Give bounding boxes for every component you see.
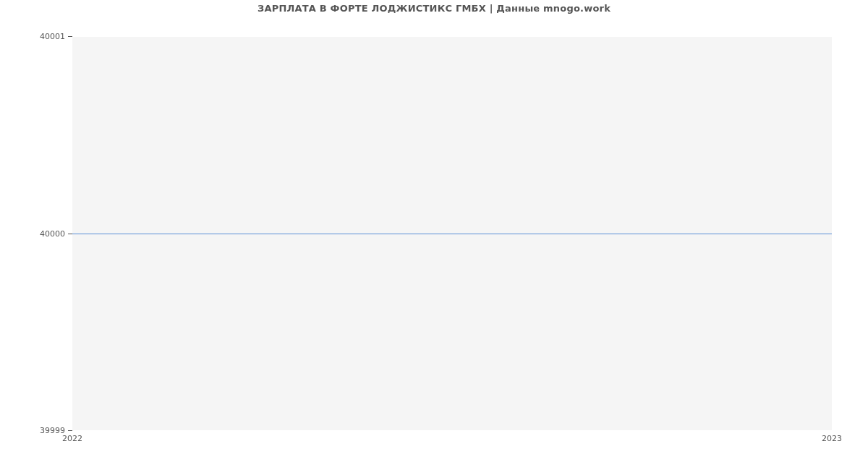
data-line bbox=[72, 234, 832, 234]
y-tick-label: 39999 bbox=[0, 426, 65, 435]
y-tick bbox=[68, 430, 72, 431]
y-tick-label: 40001 bbox=[0, 32, 65, 41]
y-tick-label: 40000 bbox=[0, 228, 65, 238]
x-tick-label: 2022 bbox=[62, 434, 82, 443]
gridline bbox=[72, 430, 832, 431]
y-tick bbox=[68, 36, 72, 37]
x-tick-label: 2023 bbox=[822, 434, 842, 443]
chart-title: ЗАРПЛАТА В ФОРТЕ ЛОДЖИСТИКС ГМБХ | Данны… bbox=[0, 3, 868, 14]
gridline bbox=[72, 36, 832, 37]
